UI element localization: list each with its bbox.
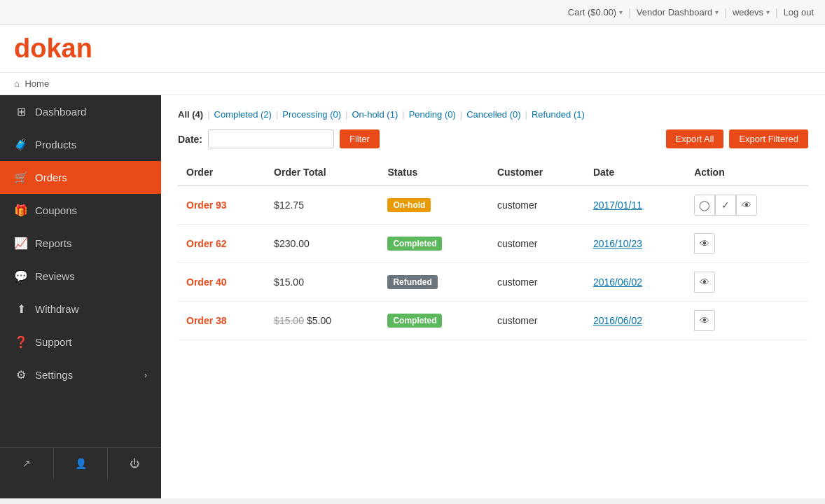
order-date: 2016/06/02 [585, 263, 686, 302]
order-customer: customer [489, 186, 585, 225]
vendor-dashboard-menu[interactable]: Vendor Dashboard ▾ [637, 7, 719, 18]
date-link[interactable]: 2017/01/11 [593, 200, 642, 211]
order-status: Completed [379, 302, 488, 340]
main-layout: ⊞ Dashboard 🧳 Products 🛒 Orders 🎁 Coupon… [0, 95, 825, 498]
filter-tab-onhold[interactable]: On-hold (1) [352, 109, 398, 120]
order-total: $15.00 [265, 263, 379, 302]
order-status: On-hold [379, 186, 488, 225]
sidebar-item-dashboard[interactable]: ⊞ Dashboard [0, 95, 161, 128]
view-button[interactable]: 👁 [694, 233, 715, 254]
user-menu[interactable]: wedevs ▾ [733, 7, 770, 18]
date-input[interactable] [208, 130, 334, 148]
sidebar-item-label: Reviews [35, 270, 75, 282]
filter-button[interactable]: Filter [340, 130, 380, 148]
sidebar-item-withdraw[interactable]: ⬆ Withdraw [0, 293, 161, 326]
coupons-icon: 🎁 [14, 204, 28, 217]
price-original: $15.00 [274, 315, 304, 326]
sidebar-item-label: Reports [35, 237, 72, 249]
table-row: Order 38$15.00$5.00Completedcustomer2016… [178, 302, 808, 340]
filter-tab-pending[interactable]: Pending (0) [409, 109, 456, 120]
order-actions: 👁 [686, 302, 808, 340]
order-customer: customer [489, 225, 585, 263]
power-icon: ⏻ [130, 458, 139, 469]
order-date: 2016/10/23 [585, 225, 686, 263]
filter-tab-all[interactable]: All (4) [178, 109, 203, 120]
topbar: Cart ($0.00) ▾ | Vendor Dashboard ▾ | we… [0, 0, 825, 25]
col-action: Action [686, 160, 808, 186]
orders-table: Order Order Total Status Customer Date A… [178, 160, 808, 340]
order-link[interactable]: Order 38 [186, 315, 227, 326]
logout-button[interactable]: Log out [784, 7, 814, 18]
col-status: Status [379, 160, 488, 186]
view-button[interactable]: 👁 [694, 272, 715, 293]
sidebar-item-label: Dashboard [35, 106, 86, 118]
filter-tab-processing[interactable]: Processing (0) [282, 109, 341, 120]
order-link[interactable]: Order 93 [186, 200, 227, 211]
cart-menu[interactable]: Cart ($0.00) ▾ [568, 7, 623, 18]
order-link[interactable]: Order 40 [186, 276, 227, 288]
table-header-row: Order Order Total Status Customer Date A… [178, 160, 808, 186]
order-customer: customer [489, 263, 585, 302]
sidebar-item-products[interactable]: 🧳 Products [0, 128, 161, 161]
power-button[interactable]: ⏻ [108, 448, 161, 479]
sidebar-item-label: Settings [35, 369, 73, 381]
vendor-label: Vendor Dashboard [637, 7, 712, 18]
sidebar-bottom: ↗ 👤 ⏻ [0, 447, 161, 479]
sidebar-item-settings[interactable]: ⚙ Settings › [0, 358, 161, 391]
cart-label: Cart ($0.00) [568, 7, 616, 18]
sidebar: ⊞ Dashboard 🧳 Products 🛒 Orders 🎁 Coupon… [0, 95, 161, 498]
export-all-button[interactable]: Export All [666, 130, 724, 148]
sidebar-item-label: Coupons [35, 204, 77, 216]
logo-letter: d [14, 34, 30, 63]
complete-button[interactable]: ✓ [715, 195, 736, 216]
divider-1: | [628, 7, 631, 18]
user-arrow: ▾ [766, 8, 770, 16]
order-total: $12.75 [265, 186, 379, 225]
reports-icon: 📈 [14, 237, 28, 250]
process-button[interactable]: ◯ [694, 195, 715, 216]
vendor-arrow: ▾ [715, 8, 719, 16]
sidebar-item-orders[interactable]: 🛒 Orders [0, 161, 161, 194]
order-status: Completed [379, 225, 488, 263]
sidebar-item-reviews[interactable]: 💬 Reviews [0, 260, 161, 293]
orders-icon: 🛒 [14, 171, 28, 184]
filter-tabs: All (4) | Completed (2) | Processing (0)… [178, 109, 808, 120]
view-button[interactable]: 👁 [736, 195, 757, 216]
order-actions: ◯✓👁 [686, 186, 808, 225]
settings-arrow: › [144, 370, 147, 380]
breadcrumb: ⌂ Home [0, 73, 825, 95]
sidebar-item-reports[interactable]: 📈 Reports [0, 227, 161, 260]
order-customer: customer [489, 302, 585, 340]
date-link[interactable]: 2016/10/23 [593, 238, 642, 249]
home-link[interactable]: Home [25, 78, 49, 89]
order-status: Refunded [379, 263, 488, 302]
date-label: Date: [178, 134, 202, 145]
sidebar-item-label: Withdraw [35, 303, 79, 315]
col-date: Date [585, 160, 686, 186]
date-link[interactable]: 2016/06/02 [593, 315, 642, 326]
dashboard-icon: ⊞ [14, 105, 28, 118]
content: All (4) | Completed (2) | Processing (0)… [161, 95, 825, 498]
logo-rest: okan [30, 34, 92, 63]
external-icon: ↗ [22, 458, 31, 469]
order-date: 2017/01/11 [585, 186, 686, 225]
settings-icon: ⚙ [14, 368, 28, 382]
view-button[interactable]: 👁 [694, 310, 715, 331]
status-badge: Refunded [387, 275, 437, 289]
cart-arrow: ▾ [619, 8, 623, 16]
filter-tab-cancelled[interactable]: Cancelled (0) [466, 109, 520, 120]
order-total: $15.00$5.00 [265, 302, 379, 340]
sidebar-item-coupons[interactable]: 🎁 Coupons [0, 194, 161, 227]
logo: dokan [14, 34, 811, 64]
filter-tab-completed[interactable]: Completed (2) [214, 109, 272, 120]
sidebar-item-support[interactable]: ❓ Support [0, 326, 161, 358]
date-link[interactable]: 2016/06/02 [593, 276, 642, 288]
order-link[interactable]: Order 62 [186, 238, 227, 249]
user-profile-button[interactable]: 👤 [54, 448, 108, 479]
table-row: Order 40$15.00Refundedcustomer2016/06/02… [178, 263, 808, 302]
support-icon: ❓ [14, 335, 28, 349]
external-link-button[interactable]: ↗ [0, 448, 54, 479]
filter-tab-refunded[interactable]: Refunded (1) [532, 109, 585, 120]
divider-3: | [775, 7, 778, 18]
export-filtered-button[interactable]: Export Filtered [729, 130, 808, 148]
